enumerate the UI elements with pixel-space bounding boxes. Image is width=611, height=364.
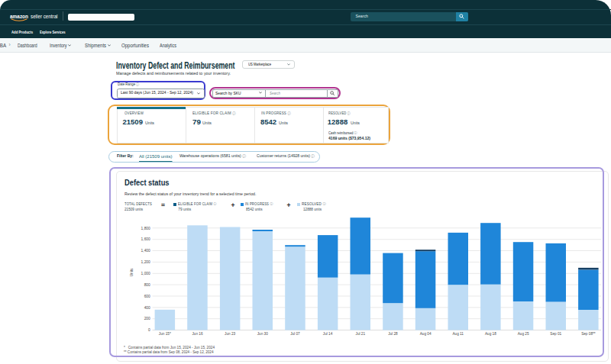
svg-text:Jul 14: Jul 14 — [323, 332, 333, 336]
svg-text:1,000: 1,000 — [141, 272, 151, 275]
svg-text:Sep 08**: Sep 08** — [581, 332, 596, 336]
svg-text:Jun 30: Jun 30 — [257, 332, 268, 336]
svg-text:Aug 25: Aug 25 — [518, 332, 529, 336]
svg-text:Sep 01: Sep 01 — [550, 332, 561, 336]
svg-text:0: 0 — [148, 328, 150, 332]
svg-text:Jul 21: Jul 21 — [356, 332, 366, 336]
svg-text:1,200: 1,200 — [141, 260, 151, 264]
svg-text:Jul 07: Jul 07 — [290, 332, 300, 336]
svg-text:800: 800 — [144, 283, 150, 287]
svg-text:Units: Units — [130, 268, 134, 276]
svg-text:600: 600 — [144, 295, 150, 298]
svg-text:Aug 04: Aug 04 — [420, 332, 432, 336]
svg-text:200: 200 — [144, 317, 150, 321]
svg-text:Jun 15*: Jun 15* — [159, 332, 171, 336]
svg-text:Aug 18: Aug 18 — [485, 332, 496, 336]
svg-text:Jun 16: Jun 16 — [192, 332, 202, 336]
svg-text:Jun 23: Jun 23 — [225, 332, 235, 336]
svg-text:400: 400 — [144, 306, 150, 310]
svg-text:1,800: 1,800 — [141, 227, 151, 230]
svg-text:Aug 11: Aug 11 — [452, 332, 464, 336]
svg-text:1,600: 1,600 — [141, 237, 151, 241]
svg-text:1,400: 1,400 — [141, 249, 151, 253]
svg-text:Jul 28: Jul 28 — [388, 332, 398, 336]
